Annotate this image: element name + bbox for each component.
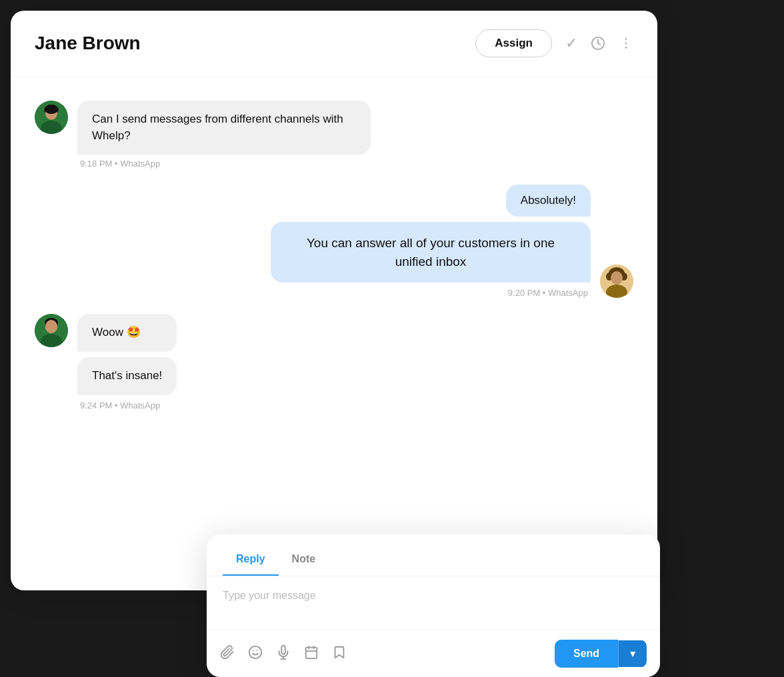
message-content-incoming-2: Woow 🤩 That's insane! 9:24 PM • WhatsApp — [77, 314, 177, 410]
chat-window: Jane Brown Assign ✓ — [11, 11, 657, 590]
message-row-incoming-2: Woow 🤩 That's insane! 9:24 PM • WhatsApp — [35, 314, 633, 410]
send-button[interactable]: Send — [555, 640, 618, 668]
svg-point-21 — [45, 320, 57, 333]
message-content-outgoing: Absolutely! You can answer all of your c… — [271, 185, 591, 298]
chat-header: Jane Brown Assign ✓ — [11, 11, 657, 77]
avatar-jane-2 — [35, 314, 68, 347]
clock-icon[interactable] — [591, 36, 605, 51]
bubble-incoming-2b: That's insane! — [77, 357, 177, 395]
header-actions: Assign ✓ — [475, 29, 633, 57]
reply-toolbar: Send ▼ — [207, 630, 660, 677]
more-icon[interactable] — [619, 36, 633, 51]
message-meta-1: 9:18 PM • WhatsApp — [77, 159, 371, 169]
mic-icon[interactable] — [276, 645, 291, 663]
message-content-1: Can I send messages from different chann… — [77, 101, 371, 169]
svg-point-2 — [625, 43, 627, 45]
bubble-outgoing-2: You can answer all of your customers in … — [271, 222, 591, 283]
svg-point-1 — [625, 38, 627, 40]
send-button-group: Send ▼ — [555, 640, 647, 668]
avatar-jane — [35, 101, 68, 134]
bubble-incoming-2a: Woow 🤩 — [77, 314, 177, 352]
message-row-incoming-1: Can I send messages from different chann… — [35, 101, 633, 169]
svg-point-9 — [45, 105, 58, 114]
message-meta-incoming-2: 9:24 PM • WhatsApp — [77, 400, 177, 410]
avatar-agent — [600, 265, 633, 298]
check-icon[interactable]: ✓ — [565, 35, 577, 52]
svg-point-22 — [249, 646, 261, 658]
assign-button[interactable]: Assign — [475, 29, 552, 57]
svg-point-3 — [625, 47, 627, 49]
send-dropdown-button[interactable]: ▼ — [618, 640, 647, 667]
contact-name: Jane Brown — [35, 33, 475, 54]
tab-reply[interactable]: Reply — [223, 546, 279, 576]
svg-rect-27 — [306, 647, 317, 658]
tab-note[interactable]: Note — [279, 546, 329, 576]
bubble-outgoing-1: Absolutely! — [506, 185, 591, 217]
composer-tabs: Reply Note — [207, 534, 660, 576]
reply-placeholder: Type your message — [223, 590, 644, 602]
messages-area: Can I send messages from different chann… — [11, 77, 657, 424]
message-meta-outgoing: 9:20 PM • WhatsApp — [508, 288, 591, 298]
calendar-icon[interactable] — [304, 645, 319, 663]
message-row-outgoing: Absolutely! You can answer all of your c… — [35, 185, 633, 298]
attachment-icon[interactable] — [220, 645, 235, 663]
bookmark-icon[interactable] — [332, 645, 347, 663]
svg-point-16 — [611, 271, 623, 285]
bubble-incoming-1: Can I send messages from different chann… — [77, 101, 371, 155]
reply-composer: Reply Note Type your message — [207, 534, 660, 677]
emoji-icon[interactable] — [248, 645, 263, 663]
reply-input-area[interactable]: Type your message — [207, 576, 660, 630]
